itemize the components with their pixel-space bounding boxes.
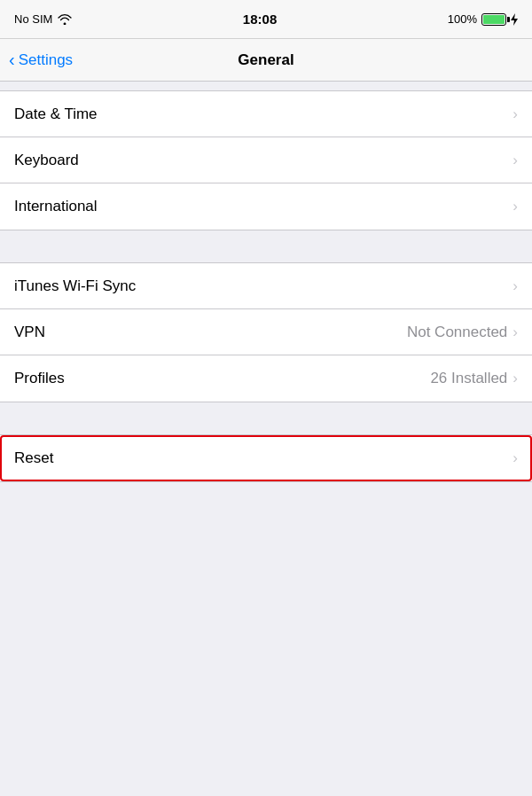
chevron-right-icon: ›	[512, 370, 518, 387]
keyboard-row[interactable]: Keyboard ›	[0, 137, 532, 183]
profiles-label: Profiles	[14, 370, 65, 387]
status-right: 100%	[448, 12, 518, 26]
bottom-spacer	[0, 482, 532, 659]
charging-icon	[511, 13, 518, 26]
status-left: No SIM	[14, 12, 72, 26]
vpn-row[interactable]: VPN Not Connected ›	[0, 309, 532, 355]
row-left: Reset	[14, 449, 53, 467]
vpn-value: Not Connected	[407, 324, 507, 341]
chevron-right-icon: ›	[512, 198, 518, 215]
row-left: Keyboard	[14, 152, 79, 169]
chevron-right-icon: ›	[512, 277, 518, 295]
svg-marker-0	[511, 13, 518, 26]
row-left: iTunes Wi-Fi Sync	[14, 277, 136, 295]
back-chevron-icon: ‹	[9, 51, 15, 68]
battery-percent: 100%	[448, 12, 477, 26]
profiles-value: 26 Installed	[430, 370, 507, 387]
row-right: ›	[512, 277, 518, 295]
top-spacer	[0, 82, 532, 90]
status-time: 18:08	[243, 12, 277, 27]
battery-fill	[483, 15, 505, 24]
row-left: International	[14, 198, 98, 215]
section-divider-1	[0, 230, 532, 262]
row-left: Profiles	[14, 370, 65, 387]
battery-icon-container	[481, 13, 506, 26]
row-right: ›	[512, 105, 518, 123]
settings-group-1: Date & Time › Keyboard › International ›	[0, 90, 532, 230]
chevron-right-icon: ›	[512, 449, 518, 467]
nav-bar: ‹ Settings General	[0, 39, 532, 82]
wifi-icon	[58, 14, 72, 25]
reset-label: Reset	[14, 449, 53, 467]
row-left: Date & Time	[14, 105, 98, 123]
carrier-label: No SIM	[14, 12, 52, 26]
chevron-right-icon: ›	[512, 324, 518, 341]
row-right: Not Connected ›	[407, 324, 518, 341]
itunes-wifi-sync-label: iTunes Wi-Fi Sync	[14, 277, 136, 295]
row-left: VPN	[14, 324, 45, 341]
date-time-row[interactable]: Date & Time ›	[0, 91, 532, 137]
row-right: ›	[512, 198, 518, 215]
profiles-row[interactable]: Profiles 26 Installed ›	[0, 355, 532, 402]
date-time-label: Date & Time	[14, 105, 98, 123]
chevron-right-icon: ›	[512, 152, 518, 169]
row-right: ›	[512, 152, 518, 169]
section-divider-2	[0, 402, 532, 434]
battery-icon	[481, 13, 506, 26]
row-right: ›	[512, 449, 518, 467]
vpn-label: VPN	[14, 324, 45, 341]
back-button[interactable]: ‹ Settings	[9, 51, 73, 69]
settings-group-2: iTunes Wi-Fi Sync › VPN Not Connected › …	[0, 262, 532, 402]
back-label: Settings	[19, 51, 73, 69]
row-right: 26 Installed ›	[430, 370, 518, 387]
international-label: International	[14, 198, 98, 215]
itunes-wifi-sync-row[interactable]: iTunes Wi-Fi Sync ›	[0, 263, 532, 309]
international-row[interactable]: International ›	[0, 183, 532, 230]
settings-group-3: Reset ›	[0, 434, 532, 482]
page-title: General	[238, 51, 293, 69]
reset-row[interactable]: Reset ›	[0, 435, 532, 481]
status-bar: No SIM 18:08 100%	[0, 0, 532, 39]
chevron-right-icon: ›	[512, 105, 518, 123]
keyboard-label: Keyboard	[14, 152, 79, 169]
